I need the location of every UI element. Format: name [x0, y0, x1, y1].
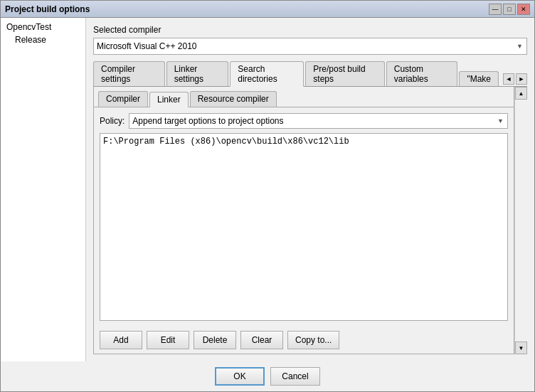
sidebar-item-opencvtest[interactable]: OpencvTest [4, 21, 83, 33]
inner-tab-compiler[interactable]: Compiler [98, 91, 148, 107]
scroll-sidebar: ▲ ▼ [514, 87, 527, 354]
tab-prepost-build[interactable]: Pre/post build steps [305, 61, 384, 86]
minimize-button[interactable]: — [489, 4, 502, 15]
bottom-bar: OK Cancel [1, 361, 534, 391]
policy-label: Policy: [100, 116, 125, 126]
action-bar: Add Edit Delete Clear Copy to... [94, 327, 514, 354]
delete-button[interactable]: Delete [194, 331, 236, 349]
main-window: Project build options — □ ✕ OpencvTest R… [0, 0, 535, 392]
tab-compiler-settings[interactable]: Compiler settings [93, 61, 165, 86]
policy-row: Policy: Append target options to project… [100, 113, 508, 129]
scroll-track [515, 100, 527, 341]
outer-tabs-container: Compiler settings Linker settings Search… [93, 60, 527, 354]
tab-panel: Compiler Linker Resource compiler Policy… [93, 87, 514, 354]
sidebar-item-release[interactable]: Release [4, 33, 83, 46]
scroll-down-button[interactable]: ▼ [515, 341, 527, 354]
tab-search-directories[interactable]: Search directories [230, 61, 304, 87]
tab-nav-next[interactable]: ► [516, 73, 527, 85]
selected-compiler-label: Selected compiler [93, 25, 527, 35]
maximize-button[interactable]: □ [503, 4, 516, 15]
content-area: OpencvTest Release Selected compiler Mic… [1, 18, 534, 361]
inner-panel: Policy: Append target options to project… [94, 107, 514, 327]
title-bar: Project build options — □ ✕ [1, 1, 534, 18]
main-panel: Selected compiler Microsoft Visual C++ 2… [86, 18, 534, 361]
tab-custom-variables[interactable]: Custom variables [386, 61, 458, 86]
scroll-up-button[interactable]: ▲ [515, 87, 527, 100]
cancel-button[interactable]: Cancel [270, 367, 320, 386]
compiler-select-wrapper: Microsoft Visual C++ 2010 [93, 38, 527, 55]
outer-tabs-row: Compiler settings Linker settings Search… [93, 60, 527, 87]
policy-select[interactable]: Append target options to project options [129, 113, 508, 129]
close-button[interactable]: ✕ [517, 4, 530, 15]
policy-select-wrapper: Append target options to project options [129, 113, 508, 129]
tab-make[interactable]: "Make [459, 71, 499, 86]
inner-tab-linker[interactable]: Linker [149, 92, 189, 107]
add-button[interactable]: Add [100, 331, 142, 349]
inner-tabs-row: Compiler Linker Resource compiler [94, 87, 514, 107]
sidebar: OpencvTest Release [1, 18, 86, 361]
clear-button[interactable]: Clear [240, 331, 283, 349]
edit-button[interactable]: Edit [147, 331, 189, 349]
copy-to-button[interactable]: Copy to... [287, 331, 339, 349]
paths-textarea[interactable] [100, 133, 508, 321]
tab-nav-prev[interactable]: ◄ [503, 73, 514, 85]
compiler-select[interactable]: Microsoft Visual C++ 2010 [93, 38, 527, 55]
inner-tab-resource-compiler[interactable]: Resource compiler [190, 91, 277, 107]
outer-tab-panel-wrapper: Compiler Linker Resource compiler Policy… [93, 87, 527, 354]
window-title: Project build options [5, 4, 489, 14]
title-bar-buttons: — □ ✕ [489, 4, 530, 15]
ok-button[interactable]: OK [215, 367, 265, 386]
tab-linker-settings[interactable]: Linker settings [166, 61, 229, 86]
